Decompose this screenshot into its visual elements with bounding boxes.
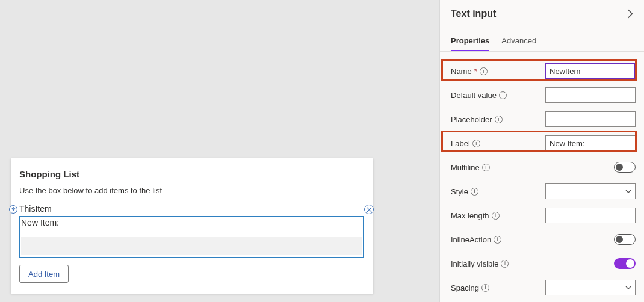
chevron-right-icon[interactable] — [625, 8, 636, 19]
info-icon[interactable]: i — [481, 284, 489, 292]
info-icon[interactable]: i — [472, 140, 480, 147]
info-icon[interactable]: i — [494, 236, 501, 244]
row-style: Style i — [451, 179, 636, 203]
selected-control-name: ThisItem — [19, 204, 52, 214]
initially-visible-toggle[interactable] — [614, 258, 636, 269]
row-default-value: Default value i — [451, 83, 636, 107]
row-spacing: Spacing i — [451, 276, 636, 300]
properties-panel: Text input Properties Advanced Name * i … — [439, 0, 644, 302]
info-icon[interactable]: i — [482, 164, 490, 171]
info-icon[interactable]: i — [501, 260, 509, 268]
row-multiline: Multiline i — [451, 155, 636, 179]
label-multiline: Multiline — [451, 163, 480, 172]
close-icon[interactable] — [364, 205, 374, 214]
style-select[interactable] — [545, 183, 636, 199]
panel-tabs: Properties Advanced — [440, 29, 644, 52]
label-field[interactable] — [545, 135, 636, 151]
card-title: Shopping List — [19, 169, 79, 179]
row-placeholder: Placeholder i — [451, 107, 636, 131]
selection-header: ✥ ThisItem — [19, 204, 371, 216]
label-initially-visible: Initially visible — [451, 259, 498, 268]
text-input-control[interactable]: New Item: — [19, 216, 364, 258]
label-max-length: Max length — [451, 211, 489, 220]
label-placeholder: Placeholder — [451, 115, 492, 124]
name-field[interactable] — [545, 63, 636, 79]
move-handle-icon[interactable]: ✥ — [9, 205, 17, 214]
row-initially-visible: Initially visible i — [451, 251, 636, 276]
info-icon[interactable]: i — [499, 91, 507, 99]
label-spacing: Spacing — [451, 283, 479, 292]
tab-properties[interactable]: Properties — [451, 32, 489, 51]
row-max-length: Max length i — [451, 203, 636, 227]
placeholder-field[interactable] — [545, 111, 636, 127]
label-style: Style — [451, 187, 468, 196]
row-name: Name * i — [451, 59, 636, 83]
info-icon[interactable]: i — [492, 212, 500, 220]
chevron-down-icon — [625, 187, 631, 196]
required-asterisk: * — [474, 67, 477, 76]
info-icon[interactable]: i — [480, 67, 488, 75]
add-item-button[interactable]: Add Item — [19, 265, 69, 283]
label-inline-action: InlineAction — [451, 235, 491, 244]
row-inline-action: InlineAction i — [451, 227, 636, 251]
default-value-field[interactable] — [545, 87, 636, 103]
app-canvas: Shopping List Use the box below to add i… — [0, 0, 439, 302]
max-length-field[interactable] — [545, 208, 636, 223]
tab-advanced[interactable]: Advanced — [501, 32, 536, 51]
card-subtitle: Use the box below to add items to the li… — [19, 186, 162, 195]
label-label: Label — [451, 139, 470, 148]
info-icon[interactable]: i — [471, 188, 478, 196]
text-input-field[interactable] — [21, 237, 362, 255]
spacing-select[interactable] — [545, 280, 636, 295]
text-input-label: New Item: — [21, 218, 59, 227]
info-icon[interactable]: i — [495, 116, 503, 123]
row-label: Label i — [451, 131, 636, 155]
label-name: Name — [451, 67, 472, 76]
multiline-toggle[interactable] — [614, 162, 636, 173]
panel-title: Text input — [440, 0, 644, 29]
label-default-value: Default value — [451, 91, 497, 100]
chevron-down-icon — [625, 283, 631, 292]
inline-action-toggle[interactable] — [614, 234, 636, 245]
